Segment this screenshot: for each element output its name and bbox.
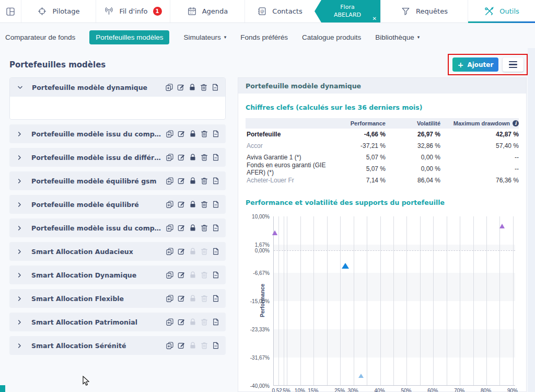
chevron-right-icon[interactable] <box>16 225 24 232</box>
chevron-right-icon[interactable] <box>16 248 24 255</box>
lock-button[interactable] <box>189 130 197 138</box>
info-icon[interactable]: i <box>513 120 519 126</box>
data-point-portefeuille[interactable] <box>342 263 349 269</box>
chevron-right-icon[interactable] <box>16 342 24 349</box>
duplicate-button[interactable] <box>166 177 174 185</box>
portfolio-item-header[interactable]: Portefeuille modèle équilibré <box>9 195 226 214</box>
tab-outils[interactable]: Outils <box>468 0 535 22</box>
export-button[interactable] <box>212 153 220 162</box>
duplicate-button[interactable] <box>166 153 174 162</box>
hamburger-icon <box>509 61 517 62</box>
edit-button[interactable] <box>177 130 185 138</box>
tab-pilotage[interactable]: Pilotage <box>21 0 96 22</box>
portfolio-item-header[interactable]: Smart Allocation Dynamique <box>9 266 226 284</box>
edit-button[interactable] <box>177 83 185 91</box>
edit-button[interactable] <box>177 341 185 350</box>
row-label[interactable]: Accor <box>246 142 333 149</box>
edit-button[interactable] <box>177 177 185 185</box>
chat-widget-corner[interactable] <box>0 385 5 392</box>
duplicate-button[interactable] <box>165 83 173 91</box>
export-button[interactable] <box>212 271 220 279</box>
edit-button[interactable] <box>177 247 185 256</box>
subnav-comparateur-de-fonds[interactable]: Comparateur de fonds <box>5 33 75 41</box>
export-button[interactable] <box>211 83 219 91</box>
delete-button[interactable] <box>200 83 208 91</box>
edit-button[interactable] <box>177 153 185 162</box>
subnav-catalogue-produits[interactable]: Catalogue produits <box>302 33 361 41</box>
chevron-right-icon[interactable] <box>16 295 24 302</box>
tab-client-flora-abelard[interactable]: Flora ABELARD ✕ <box>315 0 380 22</box>
export-button[interactable] <box>212 224 220 232</box>
portfolio-item: Smart Allocation Sérénité <box>9 336 226 355</box>
scrollbar-track[interactable] <box>528 48 535 392</box>
lock-button[interactable] <box>189 200 197 209</box>
delete-button[interactable] <box>200 224 208 232</box>
chevron-right-icon[interactable] <box>16 154 24 161</box>
duplicate-button[interactable] <box>166 271 174 279</box>
chevron-right-icon[interactable] <box>16 201 24 208</box>
export-button[interactable] <box>212 177 220 185</box>
portfolio-item-header[interactable]: Portefeuille modèle équilibré gsm <box>9 171 226 190</box>
copy-icon <box>166 200 174 209</box>
duplicate-button[interactable] <box>166 318 174 326</box>
export-button[interactable] <box>212 200 220 209</box>
chart-gridline <box>340 216 341 385</box>
duplicate-button[interactable] <box>166 130 174 138</box>
duplicate-button[interactable] <box>166 341 174 350</box>
edit-button[interactable] <box>177 224 185 232</box>
detail-panel-title: Portefeuille modèle dynamique <box>238 78 526 94</box>
duplicate-button[interactable] <box>166 247 174 256</box>
export-icon <box>212 271 220 279</box>
chevron-right-icon[interactable] <box>16 319 24 326</box>
data-point-acheter-louer-fr[interactable] <box>499 224 505 228</box>
export-button[interactable] <box>212 294 220 303</box>
delete-button[interactable] <box>200 177 208 185</box>
export-button[interactable] <box>212 247 220 256</box>
lock-button[interactable] <box>189 224 197 232</box>
data-point-fonds-en-euros-garanti-gie-afer[interactable] <box>272 230 277 235</box>
portfolio-item-header[interactable]: Smart Allocation Audacieux <box>9 242 226 261</box>
lock-button[interactable] <box>188 83 196 91</box>
export-button[interactable] <box>212 318 220 326</box>
list-options-menu-button[interactable] <box>503 57 524 72</box>
tab-agenda[interactable]: Agenda <box>170 0 245 22</box>
edit-button[interactable] <box>177 271 185 279</box>
portfolio-item-header[interactable]: Smart Allocation Flexible <box>9 289 226 308</box>
row-label[interactable]: Acheter-Louer Fr <box>246 177 333 184</box>
chevron-right-icon[interactable] <box>16 131 24 137</box>
data-point-accor[interactable] <box>358 374 364 378</box>
edit-button[interactable] <box>177 294 185 303</box>
chevron-down-icon[interactable] <box>17 84 24 91</box>
subnav-bibliotheque[interactable]: Bibliothèque ▾ <box>375 33 420 41</box>
close-icon[interactable]: ✕ <box>373 15 377 22</box>
add-portfolio-button[interactable]: + Ajouter <box>452 57 498 72</box>
delete-button[interactable] <box>200 130 208 138</box>
portfolio-item-header[interactable]: Portefeuille modèle dynamique <box>10 78 225 97</box>
portfolio-item-header[interactable]: Portefeuille modèle issu du comp... <box>9 218 226 237</box>
edit-button[interactable] <box>177 318 185 326</box>
subnav-fonds-preferes[interactable]: Fonds préférés <box>240 33 288 41</box>
subnav-simulateurs[interactable]: Simulateurs ▾ <box>183 33 226 41</box>
delete-button[interactable] <box>200 200 208 209</box>
portfolio-item-header[interactable]: Smart Allocation Patrimonial <box>9 313 226 331</box>
tab-requetes[interactable]: Requêtes <box>380 0 468 22</box>
edit-button[interactable] <box>177 200 185 209</box>
portfolio-item-header[interactable]: Portefeuille modèle issu de différe... <box>9 148 226 167</box>
portfolio-item-header[interactable]: Portefeuille modèle issu du comp... <box>9 124 226 143</box>
chevron-right-icon[interactable] <box>16 272 24 279</box>
duplicate-button[interactable] <box>166 200 174 209</box>
export-button[interactable] <box>212 341 220 350</box>
duplicate-button[interactable] <box>166 294 174 303</box>
subnav-portefeuilles-modeles[interactable]: Portefeuilles modèles <box>89 30 169 44</box>
tab-fil-dinfo[interactable]: Fil d'info 1 <box>96 0 170 22</box>
lock-button[interactable] <box>189 153 197 162</box>
export-button[interactable] <box>212 130 220 138</box>
tab-contacts[interactable]: @ Contacts <box>245 0 315 22</box>
lock-button[interactable] <box>189 177 197 185</box>
duplicate-button[interactable] <box>166 224 174 232</box>
app-logo-button[interactable] <box>0 0 21 22</box>
chevron-right-icon[interactable] <box>16 178 24 185</box>
delete-button[interactable] <box>200 153 208 162</box>
chart-shaded-band <box>274 245 515 250</box>
portfolio-item-header[interactable]: Smart Allocation Sérénité <box>9 336 226 355</box>
